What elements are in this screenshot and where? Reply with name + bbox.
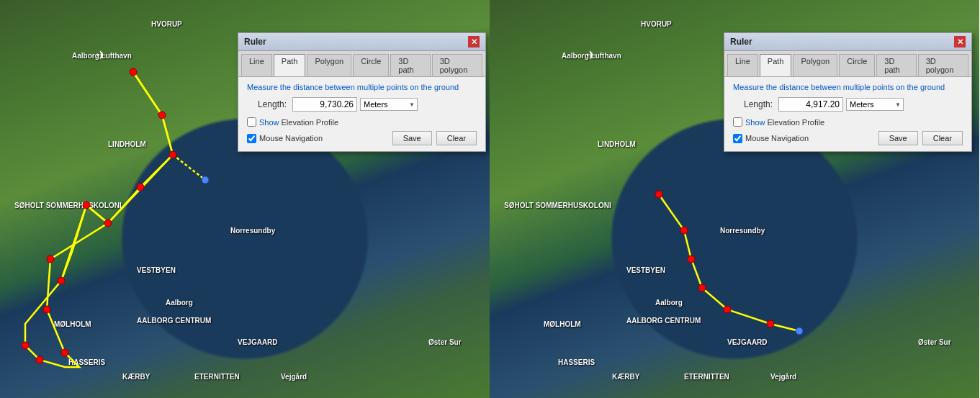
left-mouse-nav: Mouse Navigation bbox=[247, 134, 323, 143]
left-tab-polygon[interactable]: Polygon bbox=[307, 54, 351, 76]
left-clear-button[interactable]: Clear bbox=[436, 131, 477, 145]
left-tab-path[interactable]: Path bbox=[274, 54, 306, 76]
left-tab-line[interactable]: Line bbox=[241, 54, 272, 76]
left-ruler-body: Measure the distance between multiple po… bbox=[238, 77, 485, 151]
right-elevation-checkbox[interactable] bbox=[733, 117, 742, 127]
left-unit-select[interactable]: Meters Kilometers Miles Feet bbox=[360, 98, 418, 111]
left-unit-select-wrapper: Meters Kilometers Miles Feet bbox=[360, 98, 418, 111]
left-elevation-show-label: Show bbox=[259, 118, 279, 127]
right-mouse-nav-checkbox[interactable] bbox=[733, 134, 742, 143]
right-length-label: Length: bbox=[733, 99, 773, 109]
right-ruler-body: Measure the distance between multiple po… bbox=[724, 77, 971, 151]
right-map-panel: HVORUP Aalborg Lufthavn LINDHOLM SØHOLT … bbox=[490, 0, 979, 398]
right-unit-select-wrapper: Meters Kilometers Miles Feet bbox=[846, 98, 904, 111]
right-ruler-title: Ruler bbox=[730, 37, 752, 47]
right-tab-polygon[interactable]: Polygon bbox=[793, 54, 837, 76]
right-clear-button[interactable]: Clear bbox=[922, 131, 963, 145]
left-mouse-nav-checkbox[interactable] bbox=[247, 134, 256, 143]
right-ruler-length-row: Length: Meters Kilometers Miles Feet bbox=[733, 97, 963, 112]
left-ruler-close-button[interactable]: ✕ bbox=[468, 36, 480, 48]
left-elevation-row: Show Elevation Profile bbox=[247, 117, 477, 127]
right-mouse-nav-label: Mouse Navigation bbox=[745, 134, 809, 143]
left-ruler-description: Measure the distance between multiple po… bbox=[247, 83, 477, 91]
right-save-button[interactable]: Save bbox=[878, 131, 918, 145]
right-tab-path[interactable]: Path bbox=[760, 54, 792, 76]
right-buttons-row: Mouse Navigation Save Clear bbox=[733, 131, 963, 145]
right-length-value[interactable] bbox=[778, 97, 843, 112]
right-ruler-titlebar: Ruler ✕ bbox=[724, 33, 971, 51]
left-length-label: Length: bbox=[247, 99, 287, 109]
right-elevation-profile-label: Elevation Profile bbox=[768, 118, 825, 127]
left-ruler-title: Ruler bbox=[244, 37, 266, 47]
left-save-button[interactable]: Save bbox=[392, 131, 432, 145]
right-tab-3dpath[interactable]: 3D path bbox=[876, 54, 916, 76]
right-tab-line[interactable]: Line bbox=[727, 54, 758, 76]
right-ruler-dialog: Ruler ✕ Line Path Polygon Circle 3D path… bbox=[724, 32, 972, 152]
left-ruler-dialog: Ruler ✕ Line Path Polygon Circle 3D path… bbox=[238, 32, 486, 152]
right-tab-circle[interactable]: Circle bbox=[839, 54, 875, 76]
left-map-panel: HVORUP Aalborg Lufthavn LINDHOLM SØHOLT … bbox=[0, 0, 490, 398]
left-tab-3dpolygon[interactable]: 3D polygon bbox=[432, 54, 482, 76]
right-elevation-show-label: Show bbox=[745, 118, 765, 127]
left-tab-3dpath[interactable]: 3D path bbox=[390, 54, 430, 76]
left-ruler-tabs: Line Path Polygon Circle 3D path 3D poly… bbox=[238, 51, 485, 77]
left-elevation-profile-label: Elevation Profile bbox=[282, 118, 339, 127]
right-ruler-close-button[interactable]: ✕ bbox=[954, 36, 966, 48]
left-length-value[interactable] bbox=[292, 97, 357, 112]
right-elevation-row: Show Elevation Profile bbox=[733, 117, 963, 127]
left-tab-circle[interactable]: Circle bbox=[353, 54, 389, 76]
right-ruler-tabs: Line Path Polygon Circle 3D path 3D poly… bbox=[724, 51, 971, 77]
right-tab-3dpolygon[interactable]: 3D polygon bbox=[918, 54, 968, 76]
right-unit-select[interactable]: Meters Kilometers Miles Feet bbox=[846, 98, 904, 111]
left-ruler-titlebar: Ruler ✕ bbox=[238, 33, 485, 51]
right-mouse-nav: Mouse Navigation bbox=[733, 134, 809, 143]
left-ruler-length-row: Length: Meters Kilometers Miles Feet bbox=[247, 97, 477, 112]
left-elevation-checkbox[interactable] bbox=[247, 117, 256, 127]
left-mouse-nav-label: Mouse Navigation bbox=[259, 134, 323, 143]
right-ruler-description: Measure the distance between multiple po… bbox=[733, 83, 963, 91]
left-buttons-row: Mouse Navigation Save Clear bbox=[247, 131, 477, 145]
